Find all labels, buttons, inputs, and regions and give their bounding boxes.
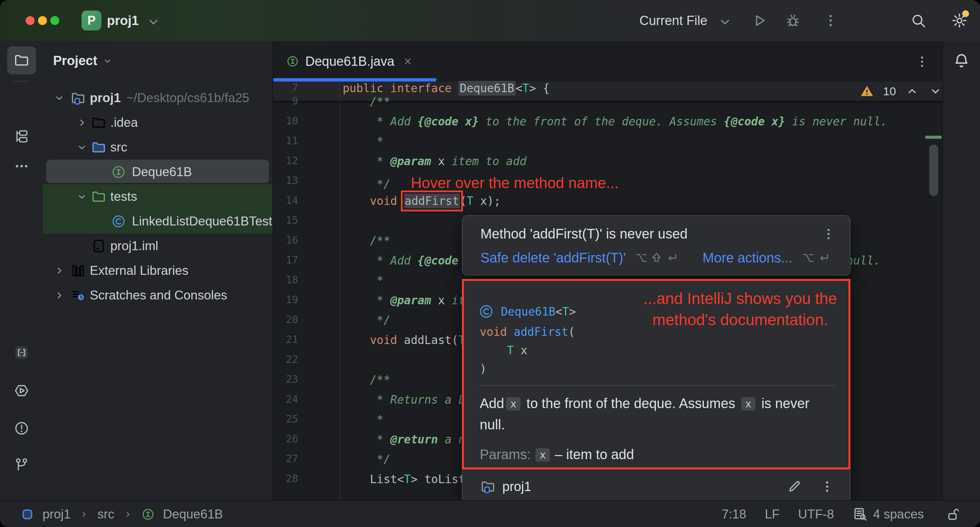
text-segment: addFirst bbox=[404, 194, 460, 209]
line-number[interactable]: 9 bbox=[273, 95, 298, 115]
project-chevron-down-icon[interactable] bbox=[145, 14, 159, 27]
caret-position-widget[interactable]: 7:18 bbox=[722, 507, 746, 522]
code-line-14[interactable]: 14 void addFirst(T x); bbox=[273, 194, 942, 214]
text-segment: void bbox=[480, 325, 514, 339]
file-iml-icon bbox=[91, 239, 106, 253]
editor-options-kebab-icon[interactable] bbox=[915, 54, 930, 69]
run-config-selector[interactable]: Current File bbox=[640, 0, 708, 41]
tab-deque61b-java[interactable]: Deque61B.java bbox=[273, 41, 436, 81]
text-segment: @param bbox=[390, 154, 431, 168]
services-tool-window-button[interactable] bbox=[7, 377, 36, 405]
tree-item-tests[interactable]: tests bbox=[43, 184, 273, 209]
chevron-right-icon[interactable] bbox=[53, 289, 65, 301]
line-number[interactable]: 10 bbox=[273, 115, 298, 135]
text-segment: is never null. bbox=[785, 115, 887, 128]
lock-open-icon[interactable] bbox=[946, 507, 961, 522]
version-control-button[interactable] bbox=[7, 451, 36, 479]
tooltip-kebab-icon[interactable] bbox=[821, 226, 836, 242]
chevron-right-icon[interactable] bbox=[53, 264, 65, 277]
more-actions-link[interactable]: More actions... bbox=[702, 250, 792, 266]
code-line-9[interactable]: 9 /** bbox=[273, 95, 942, 115]
line-number[interactable]: 25 bbox=[273, 413, 298, 433]
line-number[interactable]: 28 bbox=[273, 473, 298, 492]
tree-item-src[interactable]: src bbox=[43, 135, 273, 160]
edit-pencil-icon[interactable] bbox=[787, 479, 802, 494]
code-line-12[interactable]: 12 * @param x item to add bbox=[273, 154, 942, 174]
text-segment: < bbox=[516, 81, 523, 95]
debug-button[interactable] bbox=[785, 12, 801, 29]
line-number[interactable]: 14 bbox=[273, 194, 298, 214]
structure-tool-window-button[interactable] bbox=[7, 122, 36, 150]
tree-item-deque61b[interactable]: Deque61B bbox=[43, 160, 273, 184]
tree-item-scratches-and-consoles[interactable]: Scratches and Consoles bbox=[43, 283, 273, 308]
line-number[interactable]: 23 bbox=[273, 373, 298, 393]
tab-close-icon[interactable] bbox=[402, 56, 413, 67]
problems-tool-window-button[interactable] bbox=[7, 414, 36, 443]
settings-gear-icon[interactable] bbox=[951, 12, 968, 29]
line-number[interactable]: 27 bbox=[273, 453, 298, 473]
text-segment: * bbox=[343, 433, 390, 446]
text-segment: addFirst bbox=[514, 325, 568, 339]
window-zoom-button[interactable] bbox=[50, 16, 59, 25]
breadcrumb[interactable]: proj1 src Deque61B bbox=[21, 501, 223, 527]
code-line-13[interactable]: 13 */ Hover over the method name... bbox=[273, 174, 942, 194]
chevron-down-icon[interactable] bbox=[76, 191, 88, 203]
doc-footer-kebab-icon[interactable] bbox=[819, 479, 835, 494]
search-everywhere-icon[interactable] bbox=[910, 12, 926, 29]
tree-item-proj1[interactable]: proj1~/Desktop/cs61b/fa25 bbox=[43, 86, 273, 110]
tree-item-linkedlistdeque61btest[interactable]: LinkedListDeque61BTest bbox=[43, 209, 273, 234]
window-close-button[interactable] bbox=[26, 16, 35, 25]
text-segment: x bbox=[741, 397, 756, 411]
vcs-change-marker bbox=[925, 136, 942, 139]
brackets-tool-window-button[interactable] bbox=[7, 339, 36, 367]
line-number[interactable]: 16 bbox=[273, 234, 298, 254]
notifications-bell-icon[interactable] bbox=[953, 52, 970, 70]
chevron-down-icon[interactable] bbox=[53, 92, 65, 104]
project-widget[interactable]: proj1 bbox=[107, 0, 139, 41]
text-segment: @param bbox=[390, 294, 431, 307]
indent-widget[interactable]: 4 spaces bbox=[853, 507, 924, 522]
more-tool-windows-button[interactable] bbox=[7, 152, 36, 180]
run-config-chevron-down-icon[interactable] bbox=[717, 14, 730, 27]
indent-label: 4 spaces bbox=[873, 507, 924, 522]
line-number[interactable]: 21 bbox=[273, 333, 298, 353]
tree-item-external-libraries[interactable]: External Libraries bbox=[43, 258, 273, 283]
doc-owner-class[interactable]: Deque61B<T> bbox=[478, 304, 576, 319]
safe-delete-link[interactable]: Safe delete 'addFirst(T)' bbox=[480, 250, 626, 266]
code-line-10[interactable]: 10 * Add {@code x} to the front of the d… bbox=[273, 115, 942, 135]
line-number[interactable]: 18 bbox=[273, 274, 298, 294]
project-tool-window-button[interactable] bbox=[7, 46, 36, 74]
line-number[interactable]: 26 bbox=[273, 433, 298, 453]
text-segment: /** bbox=[343, 234, 390, 247]
code-line-11[interactable]: 11 * bbox=[273, 135, 942, 154]
doc-footer-project-label: proj1 bbox=[502, 479, 787, 494]
line-number[interactable]: 22 bbox=[273, 353, 298, 373]
line-separator-widget[interactable]: LF bbox=[765, 507, 780, 522]
line-number[interactable]: 20 bbox=[273, 314, 298, 333]
tree-item-label: src bbox=[110, 135, 127, 160]
tree-item-label: Deque61B bbox=[132, 160, 192, 184]
breadcrumb-file[interactable]: Deque61B bbox=[163, 507, 223, 522]
line-number[interactable]: 13 bbox=[273, 174, 298, 194]
folder-badge-icon bbox=[71, 91, 86, 105]
breadcrumb-src[interactable]: src bbox=[97, 507, 114, 522]
editor-scrollbar[interactable] bbox=[929, 145, 938, 196]
chevron-down-icon[interactable] bbox=[76, 141, 88, 153]
run-button[interactable] bbox=[751, 12, 768, 29]
line-number[interactable]: 24 bbox=[273, 393, 298, 413]
tree-item-proj1-iml[interactable]: proj1.iml bbox=[43, 234, 273, 258]
text-segment: x bbox=[514, 344, 527, 357]
line-number[interactable]: 11 bbox=[273, 135, 298, 154]
chevron-right-icon[interactable] bbox=[76, 116, 88, 129]
encoding-widget[interactable]: UTF-8 bbox=[798, 507, 834, 522]
breadcrumb-project[interactable]: proj1 bbox=[43, 507, 71, 522]
project-panel-title: Project bbox=[53, 53, 97, 68]
line-number[interactable]: 17 bbox=[273, 254, 298, 274]
tree-item--idea[interactable]: .idea bbox=[43, 110, 273, 135]
project-panel-header[interactable]: Project bbox=[53, 53, 113, 68]
line-number[interactable]: 15 bbox=[273, 214, 298, 234]
window-minimize-button[interactable] bbox=[38, 16, 47, 25]
more-actions-kebab-icon[interactable] bbox=[822, 12, 839, 29]
line-number[interactable]: 12 bbox=[273, 154, 298, 174]
line-number[interactable]: 19 bbox=[273, 294, 298, 314]
